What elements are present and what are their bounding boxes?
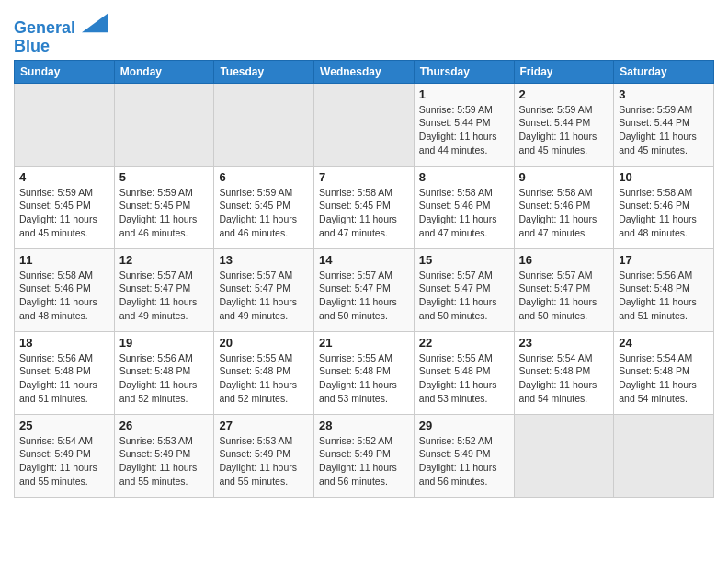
- day-number: 29: [419, 419, 509, 432]
- day-number: 10: [619, 170, 709, 184]
- calendar-cell: 12Sunrise: 5:57 AM Sunset: 5:47 PM Dayli…: [114, 248, 214, 331]
- day-number: 16: [519, 253, 609, 267]
- day-info: Sunrise: 5:58 AM Sunset: 5:46 PM Dayligh…: [19, 269, 109, 323]
- logo-blue: Blue: [14, 38, 108, 56]
- calendar-cell: 27Sunrise: 5:53 AM Sunset: 5:49 PM Dayli…: [214, 414, 314, 497]
- day-info: Sunrise: 5:56 AM Sunset: 5:48 PM Dayligh…: [619, 269, 709, 323]
- day-info: Sunrise: 5:55 AM Sunset: 5:48 PM Dayligh…: [219, 351, 309, 406]
- day-info: Sunrise: 5:57 AM Sunset: 5:47 PM Dayligh…: [319, 269, 409, 323]
- calendar-cell: [15, 83, 115, 166]
- day-info: Sunrise: 5:59 AM Sunset: 5:44 PM Dayligh…: [419, 103, 509, 157]
- day-info: Sunrise: 5:59 AM Sunset: 5:45 PM Dayligh…: [219, 186, 309, 240]
- calendar-cell: [314, 83, 415, 166]
- calendar-cell: [614, 414, 714, 497]
- day-number: 5: [119, 170, 210, 184]
- calendar-cell: 1Sunrise: 5:59 AM Sunset: 5:44 PM Daylig…: [414, 83, 514, 166]
- day-number: 2: [519, 87, 609, 101]
- calendar-cell: 23Sunrise: 5:54 AM Sunset: 5:48 PM Dayli…: [514, 331, 614, 414]
- day-info: Sunrise: 5:59 AM Sunset: 5:44 PM Dayligh…: [619, 103, 709, 157]
- day-number: 22: [419, 336, 509, 350]
- header-cell-monday: Monday: [114, 60, 214, 83]
- day-info: Sunrise: 5:58 AM Sunset: 5:46 PM Dayligh…: [519, 186, 609, 240]
- day-info: Sunrise: 5:53 AM Sunset: 5:49 PM Dayligh…: [219, 434, 309, 488]
- calendar-cell: 16Sunrise: 5:57 AM Sunset: 5:47 PM Dayli…: [514, 248, 614, 331]
- logo-general: General: [14, 18, 75, 37]
- calendar-cell: 13Sunrise: 5:57 AM Sunset: 5:47 PM Dayli…: [214, 248, 314, 331]
- calendar-cell: 19Sunrise: 5:56 AM Sunset: 5:48 PM Dayli…: [114, 331, 214, 414]
- day-info: Sunrise: 5:55 AM Sunset: 5:48 PM Dayligh…: [419, 351, 509, 406]
- day-number: 26: [119, 419, 210, 432]
- calendar-week-1: 1Sunrise: 5:59 AM Sunset: 5:44 PM Daylig…: [15, 83, 714, 166]
- calendar-cell: [514, 414, 614, 497]
- day-info: Sunrise: 5:52 AM Sunset: 5:49 PM Dayligh…: [319, 434, 409, 488]
- day-number: 19: [119, 336, 210, 350]
- logo: General Blue: [14, 15, 108, 56]
- calendar-cell: 3Sunrise: 5:59 AM Sunset: 5:44 PM Daylig…: [614, 83, 714, 166]
- calendar-cell: 10Sunrise: 5:58 AM Sunset: 5:46 PM Dayli…: [614, 166, 714, 248]
- svg-marker-0: [82, 14, 108, 33]
- day-info: Sunrise: 5:58 AM Sunset: 5:45 PM Dayligh…: [319, 186, 409, 240]
- day-number: 18: [19, 336, 109, 350]
- calendar-table: SundayMondayTuesdayWednesdayThursdayFrid…: [14, 60, 714, 498]
- calendar-cell: 28Sunrise: 5:52 AM Sunset: 5:49 PM Dayli…: [314, 414, 415, 497]
- logo-icon: [82, 13, 108, 33]
- day-number: 24: [619, 336, 709, 350]
- day-info: Sunrise: 5:54 AM Sunset: 5:49 PM Dayligh…: [19, 434, 109, 488]
- header-cell-sunday: Sunday: [15, 60, 115, 83]
- calendar-cell: 14Sunrise: 5:57 AM Sunset: 5:47 PM Dayli…: [314, 248, 415, 331]
- day-number: 23: [519, 336, 609, 350]
- calendar-cell: 15Sunrise: 5:57 AM Sunset: 5:47 PM Dayli…: [414, 248, 514, 331]
- day-number: 11: [19, 253, 109, 267]
- day-number: 14: [319, 253, 409, 267]
- calendar-cell: 25Sunrise: 5:54 AM Sunset: 5:49 PM Dayli…: [15, 414, 115, 497]
- day-info: Sunrise: 5:59 AM Sunset: 5:44 PM Dayligh…: [519, 103, 609, 157]
- header-cell-tuesday: Tuesday: [214, 60, 314, 83]
- day-number: 3: [619, 87, 709, 101]
- header-cell-saturday: Saturday: [614, 60, 714, 83]
- day-info: Sunrise: 5:56 AM Sunset: 5:48 PM Dayligh…: [119, 351, 210, 406]
- header-cell-wednesday: Wednesday: [314, 60, 415, 83]
- calendar-cell: 4Sunrise: 5:59 AM Sunset: 5:45 PM Daylig…: [15, 166, 115, 248]
- day-number: 21: [319, 336, 409, 350]
- day-number: 20: [219, 336, 309, 350]
- day-number: 4: [19, 170, 109, 184]
- day-number: 1: [419, 87, 509, 101]
- day-info: Sunrise: 5:55 AM Sunset: 5:48 PM Dayligh…: [319, 351, 409, 406]
- day-info: Sunrise: 5:56 AM Sunset: 5:48 PM Dayligh…: [19, 351, 109, 406]
- calendar-cell: 29Sunrise: 5:52 AM Sunset: 5:49 PM Dayli…: [414, 414, 514, 497]
- calendar-cell: 9Sunrise: 5:58 AM Sunset: 5:46 PM Daylig…: [514, 166, 614, 248]
- calendar-week-4: 18Sunrise: 5:56 AM Sunset: 5:48 PM Dayli…: [15, 331, 714, 414]
- header-cell-friday: Friday: [514, 60, 614, 83]
- day-number: 25: [19, 419, 109, 432]
- day-info: Sunrise: 5:53 AM Sunset: 5:49 PM Dayligh…: [119, 434, 210, 488]
- day-number: 28: [319, 419, 409, 432]
- day-number: 9: [519, 170, 609, 184]
- calendar-week-3: 11Sunrise: 5:58 AM Sunset: 5:46 PM Dayli…: [15, 248, 714, 331]
- day-number: 13: [219, 253, 309, 267]
- calendar-cell: 17Sunrise: 5:56 AM Sunset: 5:48 PM Dayli…: [614, 248, 714, 331]
- header-cell-thursday: Thursday: [414, 60, 514, 83]
- calendar-cell: 20Sunrise: 5:55 AM Sunset: 5:48 PM Dayli…: [214, 331, 314, 414]
- calendar-cell: [214, 83, 314, 166]
- day-info: Sunrise: 5:57 AM Sunset: 5:47 PM Dayligh…: [219, 269, 309, 323]
- calendar-cell: 26Sunrise: 5:53 AM Sunset: 5:49 PM Dayli…: [114, 414, 214, 497]
- calendar-cell: [114, 83, 214, 166]
- page-header: General Blue: [14, 9, 714, 56]
- day-info: Sunrise: 5:52 AM Sunset: 5:49 PM Dayligh…: [419, 434, 509, 488]
- calendar-cell: 7Sunrise: 5:58 AM Sunset: 5:45 PM Daylig…: [314, 166, 415, 248]
- day-number: 8: [419, 170, 509, 184]
- day-number: 27: [219, 419, 309, 432]
- day-info: Sunrise: 5:57 AM Sunset: 5:47 PM Dayligh…: [119, 269, 210, 323]
- day-number: 17: [619, 253, 709, 267]
- day-info: Sunrise: 5:58 AM Sunset: 5:46 PM Dayligh…: [619, 186, 709, 240]
- day-number: 6: [219, 170, 309, 184]
- day-info: Sunrise: 5:59 AM Sunset: 5:45 PM Dayligh…: [119, 186, 210, 240]
- calendar-header-row: SundayMondayTuesdayWednesdayThursdayFrid…: [15, 60, 714, 83]
- calendar-cell: 18Sunrise: 5:56 AM Sunset: 5:48 PM Dayli…: [15, 331, 115, 414]
- day-info: Sunrise: 5:57 AM Sunset: 5:47 PM Dayligh…: [419, 269, 509, 323]
- day-number: 12: [119, 253, 210, 267]
- day-info: Sunrise: 5:59 AM Sunset: 5:45 PM Dayligh…: [19, 186, 109, 240]
- calendar-cell: 21Sunrise: 5:55 AM Sunset: 5:48 PM Dayli…: [314, 331, 415, 414]
- day-info: Sunrise: 5:54 AM Sunset: 5:48 PM Dayligh…: [519, 351, 609, 406]
- day-info: Sunrise: 5:54 AM Sunset: 5:48 PM Dayligh…: [619, 351, 709, 406]
